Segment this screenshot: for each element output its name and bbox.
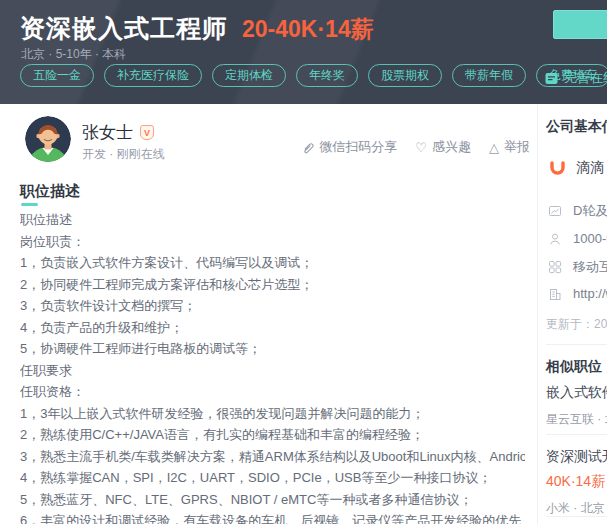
chart-icon	[548, 204, 562, 218]
report-button[interactable]: △ 举报	[489, 138, 530, 156]
heart-icon: ♡	[415, 140, 427, 155]
description-line: 4，熟练掌握CAN，SPI，I2C，UART，SDIO，PCIe，USB等至少一…	[20, 467, 525, 489]
similar-job-card[interactable]: 嵌入式软件工程师 星云互联 · 北京	[546, 384, 607, 428]
recruiter-avatar[interactable]	[25, 116, 71, 162]
description-line: 4，负责产品的升级和维护；	[20, 317, 525, 339]
description-line: 2，协同硬件工程师完成方案评估和核心芯片选型；	[20, 274, 525, 296]
benefit-tag: 年终奖	[296, 64, 358, 87]
benefit-tag: 定期体检	[212, 64, 286, 87]
website-value: http://www	[573, 286, 607, 301]
sidebar-divider	[546, 434, 607, 435]
salary-text: 20-40K·14薪	[242, 14, 374, 45]
description-line: 岗位职责：	[20, 231, 525, 253]
resume-icon	[545, 72, 558, 85]
description-line: 职位描述	[20, 209, 525, 231]
report-icon: △	[489, 140, 499, 155]
description-line: 1，3年以上嵌入式软件研发经验，很强的发现问题并解决问题的能力；	[20, 403, 525, 425]
description-line: 1，负责嵌入式软件方案设计、代码编写以及调试；	[20, 252, 525, 274]
similar-job-card[interactable]: 资深测试开发工程师 20- 40K·14薪 小米 · 北京	[546, 448, 607, 517]
job-actions: 微信扫码分享 ♡ 感兴趣 △ 举报	[300, 138, 530, 156]
company-name: 滴滴	[576, 159, 604, 177]
benefit-tag: 股票期权	[368, 64, 442, 87]
industry-value: 移动互联网	[573, 258, 607, 276]
similar-job-company: 星云互联 · 北京	[546, 411, 607, 428]
benefit-tags: 五险一金 补充医疗保险 定期体检 年终奖 股票期权 带薪年假 免费班车 交通补助…	[20, 64, 607, 87]
description-line: 5，协调硬件工程师进行电路板的调试等；	[20, 338, 525, 360]
website-row[interactable]: http://www	[548, 286, 607, 301]
verified-badge-icon: V	[140, 125, 154, 140]
section-underline	[21, 203, 38, 206]
benefit-tag: 带薪年假	[452, 64, 526, 87]
job-detail-page: 资深嵌入式工程师 20-40K·14薪 北京 · 5-10年 · 本科 五险一金…	[0, 0, 607, 524]
company-info-heading: 公司基本信息	[546, 118, 607, 136]
similar-job-title: 资深测试开发工程师 20-	[546, 448, 607, 466]
wechat-share-label: 微信扫码分享	[319, 138, 397, 156]
complete-resume-link[interactable]: 完善在线简历	[545, 69, 607, 87]
job-description-body: 职位描述 岗位职责： 1，负责嵌入式软件方案设计、代码编写以及调试； 2，协同硬…	[20, 209, 525, 524]
primary-action-button[interactable]	[553, 10, 607, 39]
sidebar-divider	[546, 516, 607, 517]
similar-job-title: 嵌入式软件工程师	[546, 384, 607, 402]
similar-jobs-heading: 相似职位	[546, 358, 602, 376]
recruiter-name: 张女士	[82, 121, 133, 144]
interested-label: 感兴趣	[432, 138, 471, 156]
content-divider	[537, 104, 538, 524]
job-meta: 北京 · 5-10年 · 本科	[21, 46, 126, 63]
company-logo-icon	[548, 158, 567, 177]
building-icon	[548, 287, 562, 301]
title-row: 资深嵌入式工程师 20-40K·14薪	[20, 12, 374, 45]
complete-resume-label: 完善在线简历	[564, 69, 607, 87]
funding-stage-row: D轮及以上	[548, 202, 607, 220]
wechat-share-button[interactable]: 微信扫码分享	[300, 138, 397, 156]
job-description-heading: 职位描述	[20, 182, 80, 201]
company-link[interactable]: 滴滴	[548, 158, 604, 177]
description-line: 3，熟悉主流手机类/车载类解决方案，精通ARM体系结构以及Uboot和Linux…	[20, 446, 525, 468]
report-label: 举报	[504, 138, 530, 156]
industry-row: 移动互联网	[548, 258, 607, 276]
similar-job-company: 小米 · 北京	[546, 500, 607, 517]
funding-stage-value: D轮及以上	[573, 202, 607, 220]
grid-icon	[548, 260, 562, 274]
sidebar-divider	[546, 344, 607, 345]
recruiter-status: 开发 · 刚刚在线	[82, 146, 165, 163]
description-line: 6，丰富的设计和调试经验，有车载设备的车机、后视镜、记录仪等产品开发经验的优先；	[20, 510, 525, 524]
page-title: 资深嵌入式工程师	[20, 12, 228, 45]
link-icon	[300, 140, 314, 154]
interested-button[interactable]: ♡ 感兴趣	[415, 138, 471, 156]
company-size-row: 1000-9999人	[548, 230, 607, 248]
similar-job-salary: 40K·14薪	[546, 473, 607, 491]
benefit-tag: 五险一金	[20, 64, 94, 87]
benefit-tag: 补充医疗保险	[104, 64, 202, 87]
description-line: 任职要求	[20, 360, 525, 382]
updated-timestamp: 更新于：202	[546, 316, 607, 333]
description-line: 5，熟悉蓝牙、NFC、LTE、GPRS、NBIOT / eMTC等一种或者多种通…	[20, 489, 525, 511]
company-size-value: 1000-9999人	[573, 230, 607, 248]
description-line: 任职资格：	[20, 381, 525, 403]
job-header: 资深嵌入式工程师 20-40K·14薪 北京 · 5-10年 · 本科 五险一金…	[0, 0, 607, 104]
description-line: 2，熟练使用C/C++/JAVA语言，有扎实的编程基础和丰富的编程经验；	[20, 424, 525, 446]
person-icon	[548, 232, 562, 246]
description-line: 3，负责软件设计文档的撰写；	[20, 295, 525, 317]
